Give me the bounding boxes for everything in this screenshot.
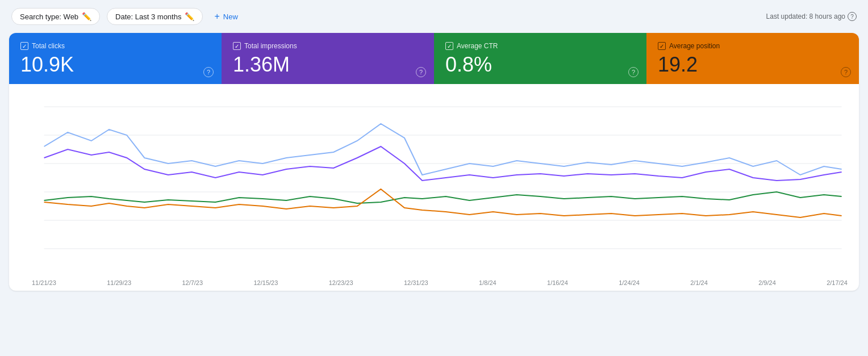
x-label-0: 11/21/23: [32, 279, 56, 286]
impressions-label-row: ✓ Total impressions: [233, 42, 423, 50]
date-filter[interactable]: Date: Last 3 months ✏️: [107, 8, 203, 25]
chart-area: [9, 84, 859, 277]
impressions-label: Total impressions: [244, 42, 297, 50]
x-label-3: 12/15/23: [253, 279, 278, 286]
clicks-label: Total clicks: [32, 42, 65, 50]
search-type-edit-icon[interactable]: ✏️: [82, 12, 91, 21]
search-type-filter[interactable]: Search type: Web ✏️: [11, 8, 100, 25]
ctr-help-icon[interactable]: ?: [628, 67, 639, 77]
ctr-value: 0.8%: [445, 53, 635, 76]
chart-svg: [20, 101, 848, 266]
date-label: Date: Last 3 months: [115, 12, 181, 21]
search-type-label: Search type: Web: [20, 12, 78, 21]
x-label-9: 2/1/24: [690, 279, 708, 286]
clicks-checkbox[interactable]: ✓: [20, 42, 28, 50]
metric-position[interactable]: ✓ Average position 19.2 ?: [646, 33, 859, 84]
position-checkbox[interactable]: ✓: [658, 42, 666, 50]
ctr-label-row: ✓ Average CTR: [445, 42, 635, 50]
x-label-11: 2/17/24: [827, 279, 848, 286]
position-label: Average position: [669, 42, 720, 50]
impressions-help-icon[interactable]: ?: [416, 67, 426, 77]
x-label-8: 1/24/24: [619, 279, 640, 286]
new-button[interactable]: + New: [210, 8, 242, 25]
x-label-10: 2/9/24: [758, 279, 776, 286]
clicks-help-icon[interactable]: ?: [203, 67, 214, 77]
plus-icon: +: [214, 11, 219, 22]
last-updated-text: Last updated: 8 hours ago: [766, 12, 845, 20]
ctr-label: Average CTR: [457, 42, 498, 50]
x-label-2: 12/7/23: [182, 279, 203, 286]
position-help-icon[interactable]: ?: [841, 67, 851, 77]
x-label-6: 1/8/24: [479, 279, 496, 286]
metric-impressions[interactable]: ✓ Total impressions 1.36M ?: [222, 33, 434, 84]
x-label-5: 12/31/23: [404, 279, 428, 286]
x-axis-labels: 11/21/23 11/29/23 12/7/23 12/15/23 12/23…: [9, 277, 859, 291]
new-button-label: New: [223, 12, 238, 21]
date-edit-icon[interactable]: ✏️: [185, 12, 194, 21]
top-bar: Search type: Web ✏️ Date: Last 3 months …: [0, 0, 868, 33]
clicks-value: 10.9K: [20, 53, 210, 76]
position-label-row: ✓ Average position: [658, 42, 848, 50]
position-value: 19.2: [658, 53, 848, 76]
last-updated-help-icon[interactable]: ?: [848, 12, 857, 21]
x-label-7: 1/16/24: [547, 279, 568, 286]
last-updated: Last updated: 8 hours ago ?: [766, 12, 857, 21]
impressions-value: 1.36M: [233, 53, 423, 76]
x-label-1: 11/29/23: [107, 279, 131, 286]
x-label-4: 12/23/23: [329, 279, 353, 286]
ctr-checkbox[interactable]: ✓: [445, 42, 453, 50]
metric-ctr[interactable]: ✓ Average CTR 0.8% ?: [434, 33, 646, 84]
clicks-label-row: ✓ Total clicks: [20, 42, 210, 50]
impressions-checkbox[interactable]: ✓: [233, 42, 241, 50]
main-card: ✓ Total clicks 10.9K ? ✓ Total impressio…: [9, 33, 859, 291]
metric-clicks[interactable]: ✓ Total clicks 10.9K ?: [9, 33, 222, 84]
metrics-row: ✓ Total clicks 10.9K ? ✓ Total impressio…: [9, 33, 859, 84]
